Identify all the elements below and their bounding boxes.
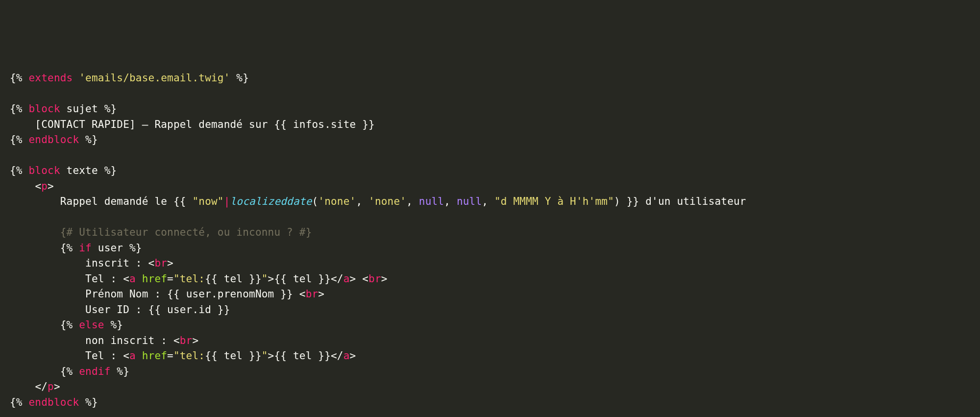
token-text: <	[35, 180, 41, 192]
token-delim: {{	[148, 304, 168, 316]
token-delim: }}	[243, 273, 262, 285]
token-text: ,	[356, 196, 368, 207]
token-delim: %}	[104, 165, 117, 176]
token-text: >	[318, 288, 324, 300]
code-line: {% endif %}	[10, 364, 970, 380]
token-text: ,	[444, 196, 457, 207]
token-guide	[10, 257, 35, 269]
token-text: Rappel demandé le	[35, 196, 173, 207]
token-text: inscrit : <	[35, 257, 154, 269]
token-text: </	[331, 273, 343, 285]
code-line: {% endblock %}	[10, 395, 970, 411]
token-text: <	[293, 288, 306, 300]
token-delim: {%	[10, 134, 29, 146]
token-text: </	[331, 350, 343, 362]
code-line: {% extends 'emails/base.email.twig' %}	[10, 71, 970, 86]
token-string: "d MMMM Y à H'h'mm"	[494, 196, 614, 207]
token-keyword: extends	[29, 72, 73, 84]
token-delim: {{	[274, 119, 293, 130]
token-text: sujet	[60, 103, 104, 115]
code-line	[10, 148, 970, 164]
token-delim: {%	[10, 396, 29, 408]
token-guide	[10, 366, 35, 377]
token-text: d'un utilisateur	[639, 196, 746, 207]
token-guide	[10, 381, 35, 392]
token-attr: href	[142, 350, 167, 362]
token-guide	[10, 180, 35, 192]
token-delim: {%	[10, 165, 29, 176]
token-delim: }}	[620, 196, 639, 207]
code-line: {% block texte %}	[10, 163, 970, 179]
token-text: texte	[60, 165, 104, 176]
token-text: =	[167, 350, 173, 362]
token-text: ,	[482, 196, 494, 207]
token-keyword: if	[79, 242, 92, 254]
code-line	[10, 210, 970, 225]
token-text	[35, 226, 60, 238]
token-tag: a	[343, 350, 350, 362]
token-delim: {{	[167, 288, 186, 300]
token-guide	[10, 350, 35, 362]
token-delim: {%	[60, 319, 79, 331]
token-text	[35, 319, 60, 331]
code-line: <p>	[10, 179, 970, 195]
token-text: >	[192, 335, 198, 346]
token-keyword: endif	[79, 366, 110, 377]
token-keyword: else	[79, 319, 104, 331]
code-line: {% block sujet %}	[10, 101, 970, 117]
token-text: Prénom Nom :	[35, 288, 167, 300]
token-guide	[10, 335, 35, 346]
code-line: non inscrit : <br>	[10, 333, 970, 349]
token-guide	[10, 304, 35, 316]
token-keyword: block	[29, 103, 60, 115]
token-null: null	[419, 196, 444, 207]
token-tag: br	[180, 335, 193, 346]
token-text: (	[312, 196, 318, 207]
token-text: user.prenomNom	[186, 288, 274, 300]
token-delim	[73, 72, 79, 84]
code-line: {% else %}	[10, 318, 970, 333]
token-keyword: block	[29, 165, 60, 176]
token-tag: br	[154, 257, 167, 269]
code-line: Rappel demandé le {{ "now"|localizeddate…	[10, 194, 970, 210]
token-text: >	[167, 257, 173, 269]
token-string: 'emails/base.email.twig'	[79, 72, 230, 84]
token-text: > <	[350, 273, 369, 285]
token-delim: {{	[173, 196, 193, 207]
token-tag: a	[343, 273, 350, 285]
token-text: >	[350, 350, 356, 362]
token-text: >	[268, 273, 274, 285]
token-text: user.id	[167, 304, 211, 316]
token-tag: a	[129, 350, 136, 362]
token-keyword: endblock	[29, 396, 79, 408]
token-delim: %}	[111, 366, 130, 377]
token-string: "tel:	[173, 273, 205, 285]
code-line: User ID : {{ user.id }}	[10, 302, 970, 318]
code-line: Tel : <a href="tel:{{ tel }}">{{ tel }}<…	[10, 271, 970, 287]
token-string: 'none'	[368, 196, 406, 207]
token-guide	[10, 273, 35, 285]
token-delim: {%	[60, 366, 79, 377]
token-tag: p	[48, 381, 54, 392]
code-line	[10, 86, 970, 102]
token-text	[136, 350, 142, 362]
token-text: >	[54, 381, 60, 392]
token-delim: }}	[312, 273, 331, 285]
token-tag: a	[129, 273, 136, 285]
code-line: [CONTACT RAPIDE] — Rappel demandé sur {{…	[10, 117, 970, 133]
token-text: =	[167, 273, 173, 285]
token-guide	[10, 319, 35, 331]
token-text	[35, 366, 60, 377]
code-line: {# Utilisateur connecté, ou inconnu ? #}	[10, 225, 970, 241]
token-delim: %}	[79, 396, 98, 408]
token-text	[35, 242, 60, 254]
code-editor[interactable]: {% extends 'emails/base.email.twig' %} {…	[10, 71, 970, 410]
token-delim: }}	[356, 119, 375, 130]
token-delim: }}	[274, 288, 293, 300]
token-text: >	[268, 350, 274, 362]
token-delim: }}	[312, 350, 331, 362]
token-delim: }}	[211, 304, 230, 316]
token-null: null	[457, 196, 482, 207]
token-text: >	[381, 273, 388, 285]
token-delim: %}	[104, 319, 123, 331]
